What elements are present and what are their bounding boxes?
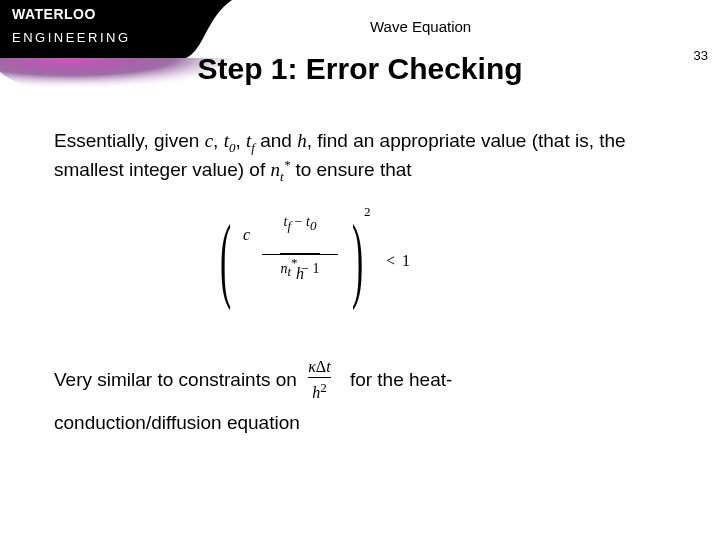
outer-numerator: tf − t0 nt* − 1 [250,214,350,252]
paren-left-icon: ( [220,210,231,306]
text: Very similar to constraints on [54,369,297,391]
sym-h: h [297,130,307,151]
brand-band: WATERLOO ENGINEERING [0,0,186,58]
sym-c: c [205,130,213,151]
slide: WATERLOO ENGINEERING Wave Equation 33 St… [0,0,720,540]
text: , [235,130,246,151]
less-than: < [386,252,395,270]
text: to ensure that [290,159,411,180]
heat-fraction: κΔt h2 [308,358,330,402]
text: Essentially, given [54,130,205,151]
slide-title: Step 1: Error Checking [0,52,720,86]
sym-nt-star: nt* [271,159,291,180]
brand-swoosh [186,0,236,58]
text: , [213,130,224,151]
outer-fraction: tf − t0 nt* − 1 h [250,214,350,283]
sym-t0: t0 [224,130,236,151]
presentation-topic: Wave Equation [370,18,471,35]
one: 1 [402,252,410,270]
body-line-2: Very similar to constraints on κΔt h2 fo… [54,358,666,402]
text: for the heat- [350,369,452,391]
body-paragraph: Essentially, given c, t0, tf and h, find… [54,128,666,185]
text: and [255,130,297,151]
brand-top: WATERLOO [12,6,96,22]
paren-right-icon: ) [352,210,363,306]
sym-tf: tf [246,130,255,151]
inner-fraction: tf − t0 nt* − 1 [280,214,319,281]
squared: 2 [364,204,371,220]
main-inequality: ( c tf − t0 nt* − 1 h ) 2 < 1 [220,210,420,330]
brand-bottom: ENGINEERING [12,30,131,45]
body-line-3: conduction/diffusion equation [54,412,666,434]
